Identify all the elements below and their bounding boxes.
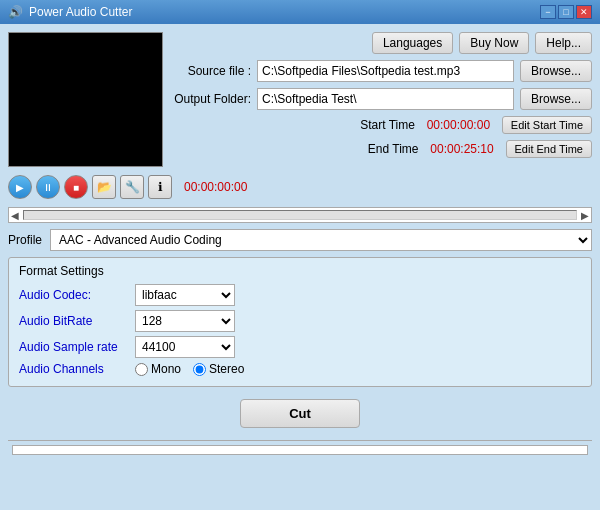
stereo-radio-label[interactable]: Stereo: [193, 362, 244, 376]
edit-end-time-button[interactable]: Edit End Time: [506, 140, 592, 158]
buy-now-button[interactable]: Buy Now: [459, 32, 529, 54]
audio-channels-radios: Mono Stereo: [135, 362, 244, 376]
languages-button[interactable]: Languages: [372, 32, 453, 54]
stop-button[interactable]: ■: [64, 175, 88, 199]
audio-samplerate-select[interactable]: 220504410048000: [135, 336, 235, 358]
main-content: Languages Buy Now Help... Source file : …: [0, 24, 600, 510]
audio-codec-select[interactable]: libfaaclibmp3lamepcm_s16le: [135, 284, 235, 306]
start-time-value: 00:00:00:00: [421, 118, 496, 132]
source-file-label: Source file :: [171, 64, 251, 78]
playback-time: 00:00:00:00: [184, 180, 247, 194]
stereo-radio[interactable]: [193, 363, 206, 376]
stereo-label: Stereo: [209, 362, 244, 376]
audio-samplerate-row: Audio Sample rate 220504410048000: [19, 336, 581, 358]
audio-bitrate-label: Audio BitRate: [19, 314, 129, 328]
start-time-row: Start Time 00:00:00:00 Edit Start Time: [171, 116, 592, 134]
video-preview: [8, 32, 163, 167]
audio-channels-label: Audio Channels: [19, 362, 129, 376]
start-time-label: Start Time: [360, 118, 415, 132]
format-settings-group: Format Settings Audio Codec: libfaaclibm…: [8, 257, 592, 387]
app-icon: 🔊: [8, 5, 23, 19]
title-bar-left: 🔊 Power Audio Cutter: [8, 5, 132, 19]
app-title: Power Audio Cutter: [29, 5, 132, 19]
profile-row: Profile AAC - Advanced Audio CodingMP3OG…: [8, 229, 592, 251]
output-folder-label: Output Folder:: [171, 92, 251, 106]
profile-label: Profile: [8, 233, 42, 247]
seekbar[interactable]: [23, 210, 577, 220]
audio-codec-label: Audio Codec:: [19, 288, 129, 302]
help-button[interactable]: Help...: [535, 32, 592, 54]
play-button[interactable]: ▶: [8, 175, 32, 199]
end-time-value: 00:00:25:10: [425, 142, 500, 156]
top-buttons: Languages Buy Now Help...: [171, 32, 592, 54]
output-folder-row: Output Folder: Browse...: [171, 88, 592, 110]
audio-samplerate-label: Audio Sample rate: [19, 340, 129, 354]
status-bar: [8, 440, 592, 458]
audio-channels-row: Audio Channels Mono Stereo: [19, 362, 581, 376]
audio-bitrate-row: Audio BitRate 6496128192256320: [19, 310, 581, 332]
controls-bar: ▶ ⏸ ■ 📂 🔧 ℹ 00:00:00:00: [8, 173, 592, 201]
cut-button[interactable]: Cut: [240, 399, 360, 428]
end-time-label: End Time: [368, 142, 419, 156]
mono-label: Mono: [151, 362, 181, 376]
output-folder-input[interactable]: [257, 88, 514, 110]
mono-radio-label[interactable]: Mono: [135, 362, 181, 376]
close-button[interactable]: ✕: [576, 5, 592, 19]
title-bar: 🔊 Power Audio Cutter − □ ✕: [0, 0, 600, 24]
progress-bar: [12, 445, 588, 455]
mono-radio[interactable]: [135, 363, 148, 376]
title-bar-controls: − □ ✕: [540, 5, 592, 19]
maximize-button[interactable]: □: [558, 5, 574, 19]
pause-button[interactable]: ⏸: [36, 175, 60, 199]
format-settings-title: Format Settings: [19, 264, 581, 278]
right-section: Languages Buy Now Help... Source file : …: [171, 32, 592, 167]
source-file-row: Source file : Browse...: [171, 60, 592, 82]
audio-bitrate-select[interactable]: 6496128192256320: [135, 310, 235, 332]
seekbar-container: ◀ ▶: [8, 207, 592, 223]
source-browse-button[interactable]: Browse...: [520, 60, 592, 82]
settings-button[interactable]: 🔧: [120, 175, 144, 199]
open-file-button[interactable]: 📂: [92, 175, 116, 199]
seek-right-arrow[interactable]: ▶: [581, 210, 589, 221]
info-button[interactable]: ℹ: [148, 175, 172, 199]
edit-start-time-button[interactable]: Edit Start Time: [502, 116, 592, 134]
cut-section: Cut: [8, 393, 592, 434]
minimize-button[interactable]: −: [540, 5, 556, 19]
seek-left-arrow[interactable]: ◀: [11, 210, 19, 221]
output-browse-button[interactable]: Browse...: [520, 88, 592, 110]
source-file-input[interactable]: [257, 60, 514, 82]
profile-select[interactable]: AAC - Advanced Audio CodingMP3OGGWAVFLAC: [50, 229, 592, 251]
top-section: Languages Buy Now Help... Source file : …: [8, 32, 592, 167]
audio-codec-row: Audio Codec: libfaaclibmp3lamepcm_s16le: [19, 284, 581, 306]
end-time-row: End Time 00:00:25:10 Edit End Time: [171, 140, 592, 158]
